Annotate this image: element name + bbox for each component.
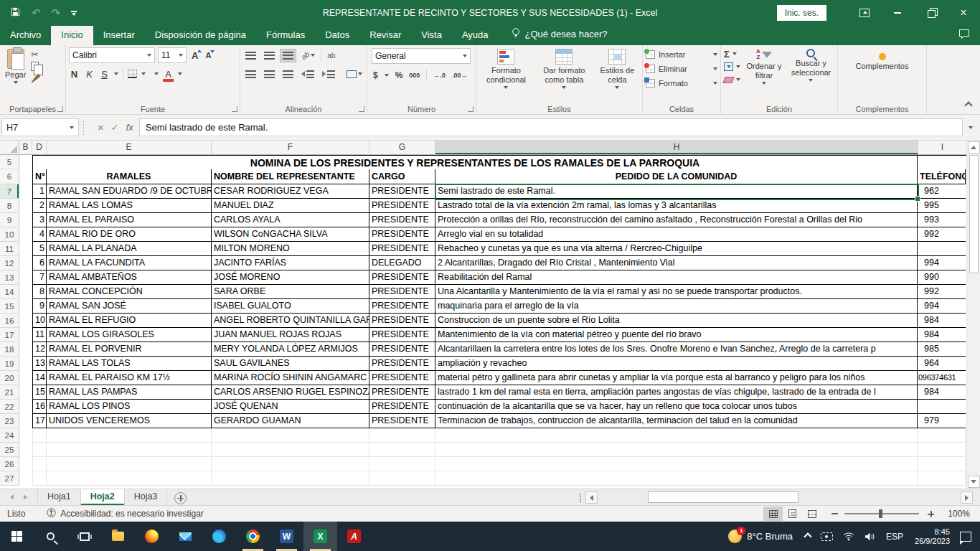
row-header-12[interactable]: 12 [0, 256, 19, 270]
next-sheet-icon[interactable] [24, 494, 27, 500]
cell[interactable]: DELEGADO [369, 256, 435, 270]
paste-button[interactable]: Pegar [3, 47, 28, 85]
cell[interactable]: 994 [918, 299, 966, 314]
column-header-h[interactable]: H [435, 141, 918, 155]
cell[interactable]: 1 [32, 184, 47, 199]
sheet-tab-hoja3[interactable]: Hoja3 [125, 489, 168, 505]
cell[interactable]: PRESIDENTE [369, 184, 435, 199]
table-header-cell[interactable]: TELÉFONO [918, 169, 966, 184]
clear-button[interactable] [724, 75, 740, 85]
cell[interactable]: RAMAL LAS LOMAS [47, 199, 212, 213]
cell[interactable]: PRESIDENTE [369, 314, 435, 328]
file-explorer-button[interactable] [101, 522, 135, 551]
cell[interactable] [918, 242, 966, 256]
empty-cell[interactable] [918, 443, 966, 457]
cell[interactable]: MILTON MORENO [212, 242, 369, 256]
empty-cell[interactable] [918, 457, 966, 471]
cut-icon[interactable]: ✂ [31, 50, 40, 60]
empty-cell[interactable] [47, 428, 212, 443]
cell[interactable]: RAMAL LOS PINOS [47, 400, 212, 414]
column-header-g[interactable]: G [369, 141, 435, 155]
zoom-slider[interactable] [844, 513, 919, 514]
empty-cell[interactable] [369, 428, 435, 443]
column-header-i[interactable]: I [918, 141, 967, 155]
tab-insertar[interactable]: Insertar [93, 26, 145, 45]
column-header-e[interactable]: E [47, 141, 212, 155]
empty-cell[interactable] [212, 443, 369, 457]
find-select-button[interactable]: Buscar y seleccionar [788, 47, 834, 102]
cell[interactable]: 992 [918, 227, 966, 242]
volume-icon[interactable] [859, 532, 880, 541]
row-header-15[interactable]: 15 [0, 299, 19, 314]
scroll-up-icon[interactable] [968, 141, 980, 154]
bold-button[interactable]: N [69, 69, 80, 80]
cell[interactable]: 8 [32, 285, 47, 299]
empty-cell[interactable] [212, 471, 369, 486]
cell[interactable]: RAMAL LA PLANADA [47, 242, 212, 256]
row-header-9[interactable]: 9 [0, 213, 19, 227]
wifi-icon[interactable] [838, 532, 859, 541]
cell[interactable]: 994 [918, 256, 966, 270]
horizontal-scrollbar[interactable] [580, 491, 973, 504]
cell[interactable]: PRESIDENTE [369, 213, 435, 227]
cell[interactable]: maquinaria para el arreglo de la vía [435, 299, 918, 314]
cell[interactable]: PRESIDENTE [369, 227, 435, 242]
empty-cell[interactable] [32, 457, 47, 471]
tab-vista[interactable]: Vista [411, 26, 452, 45]
currency-format-button[interactable]: $ [373, 70, 378, 80]
align-left-button[interactable] [243, 68, 258, 80]
cell[interactable]: Reabilitación del Ramal [435, 270, 918, 285]
cell[interactable]: JOSÉ MORENO [212, 270, 369, 285]
tab-formulas[interactable]: Fórmulas [256, 26, 315, 45]
cell[interactable]: WILSON CoNGACHA SILVA [212, 227, 369, 242]
italic-button[interactable]: K [84, 69, 95, 80]
cell[interactable]: ANGEL ROBERTO QUINTANILLA GAR [212, 314, 369, 328]
accessibility-status[interactable]: Accesibilidad: es necesario investigar [47, 508, 203, 519]
firefox-button[interactable] [135, 522, 169, 551]
cell[interactable]: 984 [918, 314, 966, 328]
underline-button[interactable]: S [99, 69, 110, 80]
row-header-5[interactable]: 5 [0, 155, 19, 169]
numero-dialog-launcher[interactable] [468, 106, 473, 112]
page-break-view-button[interactable] [802, 507, 821, 521]
column-header-b[interactable]: B [19, 141, 32, 155]
row-header-26[interactable]: 26 [0, 457, 19, 471]
cell[interactable]: RAMAL RIO DE ORO [47, 227, 212, 242]
cell[interactable]: 962 [918, 184, 966, 199]
cell[interactable]: PRESIDENTE [369, 414, 435, 428]
language-indicator[interactable]: ESP [880, 532, 909, 542]
cell[interactable]: 14 [32, 371, 47, 385]
tab-datos[interactable]: Datos [315, 26, 359, 45]
cell[interactable]: continuación de la alcantarilla que se v… [435, 400, 918, 414]
empty-cell[interactable] [369, 443, 435, 457]
orientation-button[interactable]: ab [299, 50, 317, 62]
alineacion-dialog-launcher[interactable] [359, 106, 364, 112]
shrink-font-button[interactable]: A [203, 51, 213, 60]
cell[interactable]: 12 [32, 342, 47, 357]
column-header-f[interactable]: F [212, 141, 369, 155]
table-header-cell[interactable]: NOMBRE DEL REPRESENTANTE [212, 169, 369, 184]
chrome-button[interactable] [236, 522, 270, 551]
cell[interactable]: 17 [32, 414, 47, 428]
row-header-18[interactable]: 18 [0, 342, 19, 357]
tell-me-box[interactable]: ¿Qué desea hacer? [512, 27, 608, 45]
empty-cell[interactable] [435, 428, 918, 443]
cell[interactable]: 7 [32, 270, 47, 285]
cell[interactable]: 992 [918, 285, 966, 299]
portapapeles-dialog-launcher[interactable] [57, 106, 63, 112]
conditional-format-button[interactable]: Formato condicional [479, 47, 533, 102]
cell[interactable]: 995 [918, 199, 966, 213]
vertical-scrollbar[interactable] [966, 141, 980, 489]
cell[interactable]: MANUEL DIAZ [212, 199, 369, 213]
task-view-button[interactable] [67, 522, 101, 551]
customize-qat-icon[interactable] [71, 11, 77, 16]
cell[interactable]: RAMAL EL PORVENIR [47, 342, 212, 357]
normal-view-button[interactable] [763, 507, 783, 521]
row-header-14[interactable]: 14 [0, 285, 19, 299]
name-box[interactable]: H7 [1, 118, 79, 136]
redo-icon[interactable]: ↷ [52, 6, 61, 19]
expand-formula-bar-icon[interactable] [969, 126, 973, 129]
collapse-ribbon-icon[interactable] [966, 101, 971, 110]
cell[interactable]: PRESIDENTE [369, 357, 435, 371]
cell[interactable]: 2 Alcantarillas, Dragado del Río Cristal… [435, 256, 918, 270]
